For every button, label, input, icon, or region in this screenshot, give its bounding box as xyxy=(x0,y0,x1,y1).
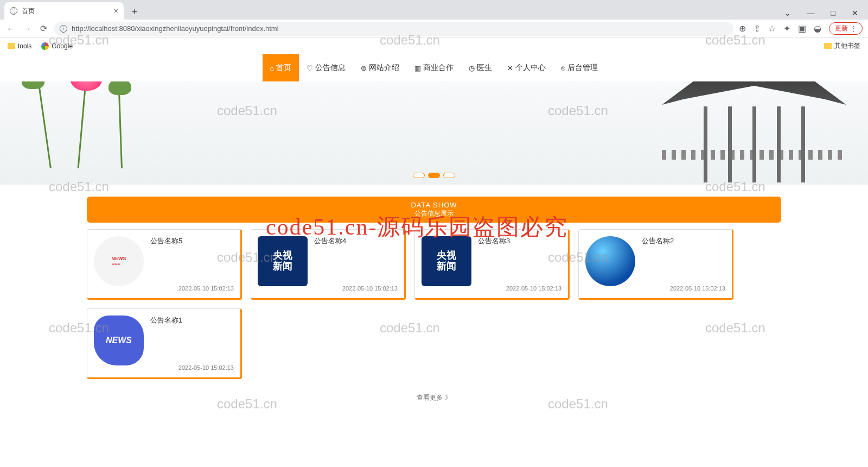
card-timestamp: 2022-05-10 15:02:13 xyxy=(178,285,234,292)
bookmarks-bar: tools Google 其他书签 xyxy=(0,38,868,54)
carousel-dot[interactable] xyxy=(443,173,455,178)
nav-item[interactable]: ♡公告信息 xyxy=(299,54,353,81)
site-info-icon[interactable]: i xyxy=(60,25,67,33)
folder-icon xyxy=(824,43,832,49)
section-header: DATA SHOW 公告信息展示 xyxy=(87,197,781,223)
nav-icon: ♡ xyxy=(307,64,313,72)
nav-icon: ⎋ xyxy=(561,64,565,72)
section-title-en: DATA SHOW xyxy=(87,201,781,209)
nav-icon: ◷ xyxy=(469,64,475,72)
card-title: 公告名称4 xyxy=(314,236,398,246)
card-timestamp: 2022-05-10 15:02:13 xyxy=(178,364,234,371)
card-title: 公告名称5 xyxy=(150,236,234,246)
bookmark-tools[interactable]: tools xyxy=(8,42,31,50)
forward-button[interactable]: → xyxy=(22,24,33,34)
window-controls: ⌄ — □ ✕ xyxy=(781,7,868,20)
nav-icon: ▥ xyxy=(414,64,421,72)
share-icon[interactable]: ⇪ xyxy=(754,23,761,34)
reload-button[interactable]: ⟳ xyxy=(38,23,49,34)
nav-icon: ⊜ xyxy=(361,64,367,72)
nav-label: 首页 xyxy=(276,63,291,73)
card-title: 公告名称3 xyxy=(478,236,561,246)
close-window-icon[interactable]: ✕ xyxy=(848,7,861,20)
card-title: 公告名称1 xyxy=(150,315,234,325)
hero-banner xyxy=(0,81,868,185)
tab-bar: 首页 × + ⌄ — □ ✕ xyxy=(0,0,868,20)
announcement-card[interactable]: 央视新闻 公告名称4 2022-05-10 15:02:13 xyxy=(251,229,406,300)
carousel-dot[interactable] xyxy=(428,173,440,178)
main-nav: ⌂首页♡公告信息⊜网站介绍▥商业合作◷医生✕个人中心⎋后台管理 xyxy=(0,54,868,81)
tab-title: 首页 xyxy=(22,7,35,16)
card-thumbnail: 央视新闻 xyxy=(258,236,308,286)
page-content: ⌂首页♡公告信息⊜网站介绍▥商业合作◷医生✕个人中心⎋后台管理 DATA SHO… xyxy=(0,54,868,402)
card-timestamp: 2022-05-10 15:02:13 xyxy=(342,285,398,292)
url-field[interactable]: i http://localhost:8080/xiaoxingzhenliao… xyxy=(54,22,733,36)
globe-icon xyxy=(10,7,17,15)
announcement-cards: NEWS≡≡≡ 公告名称5 2022-05-10 15:02:13 央视新闻 公… xyxy=(87,229,781,379)
nav-icon: ⌂ xyxy=(270,64,275,72)
back-button[interactable]: ← xyxy=(5,24,16,34)
announcement-card[interactable]: 公告名称2 2022-05-10 15:02:13 xyxy=(578,229,733,300)
nav-label: 后台管理 xyxy=(567,63,598,73)
new-tab-button[interactable]: + xyxy=(127,4,142,20)
carousel-dot[interactable] xyxy=(413,173,425,178)
nav-item[interactable]: ⌂首页 xyxy=(263,54,299,81)
card-timestamp: 2022-05-10 15:02:13 xyxy=(670,285,725,292)
card-title: 公告名称2 xyxy=(642,236,725,246)
view-more-link[interactable]: 查看更多 》 xyxy=(0,393,868,402)
card-thumbnail: 央视新闻 xyxy=(422,236,471,286)
tab-close-icon[interactable]: × xyxy=(114,7,118,15)
folder-icon xyxy=(8,43,15,49)
nav-item[interactable]: ◷医生 xyxy=(461,54,500,81)
minimize-icon[interactable]: — xyxy=(804,7,818,20)
zoom-icon[interactable]: ⊕ xyxy=(739,23,746,34)
url-text: http://localhost:8080/xiaoxingzhenliaoyu… xyxy=(72,24,279,33)
browser-tab[interactable]: 首页 × xyxy=(4,2,124,20)
announcement-card[interactable]: 央视新闻 公告名称3 2022-05-10 15:02:13 xyxy=(414,229,570,300)
pavilion-decoration xyxy=(662,81,846,160)
bookmark-star-icon[interactable]: ☆ xyxy=(768,23,776,34)
caret-down-icon[interactable]: ⌄ xyxy=(781,7,794,20)
nav-item[interactable]: ⎋后台管理 xyxy=(553,54,605,81)
section-title-cn: 公告信息展示 xyxy=(87,209,781,218)
extensions-icon[interactable]: ✦ xyxy=(783,23,790,34)
card-thumbnail: NEWS≡≡≡ xyxy=(94,236,144,286)
sidepanel-icon[interactable]: ▣ xyxy=(798,23,806,34)
announcement-card[interactable]: NEWS≡≡≡ 公告名称5 2022-05-10 15:02:13 xyxy=(87,229,242,300)
nav-item[interactable]: ✕个人中心 xyxy=(500,54,553,81)
card-thumbnail: NEWS xyxy=(94,315,144,365)
maximize-icon[interactable]: □ xyxy=(828,7,839,20)
nav-item[interactable]: ▥商业合作 xyxy=(407,54,461,81)
card-thumbnail xyxy=(585,236,635,286)
address-bar: ← → ⟳ i http://localhost:8080/xiaoxingzh… xyxy=(0,20,868,38)
nav-label: 个人中心 xyxy=(515,63,546,73)
announcement-card[interactable]: NEWS 公告名称1 2022-05-10 15:02:13 xyxy=(87,308,242,379)
carousel-dots xyxy=(413,173,455,178)
update-button[interactable]: 更新 ⋮ xyxy=(829,22,863,35)
nav-item[interactable]: ⊜网站介绍 xyxy=(353,54,407,81)
card-timestamp: 2022-05-10 15:02:13 xyxy=(506,285,561,292)
google-icon xyxy=(41,42,49,50)
bookmark-other[interactable]: 其他书签 xyxy=(824,41,860,51)
nav-icon: ✕ xyxy=(507,64,513,72)
profile-icon[interactable]: ◒ xyxy=(814,23,821,34)
nav-label: 公告信息 xyxy=(315,63,346,73)
nav-label: 网站介绍 xyxy=(369,63,399,73)
nav-label: 医生 xyxy=(477,63,492,73)
nav-label: 商业合作 xyxy=(423,63,454,73)
bookmark-google[interactable]: Google xyxy=(41,42,73,50)
